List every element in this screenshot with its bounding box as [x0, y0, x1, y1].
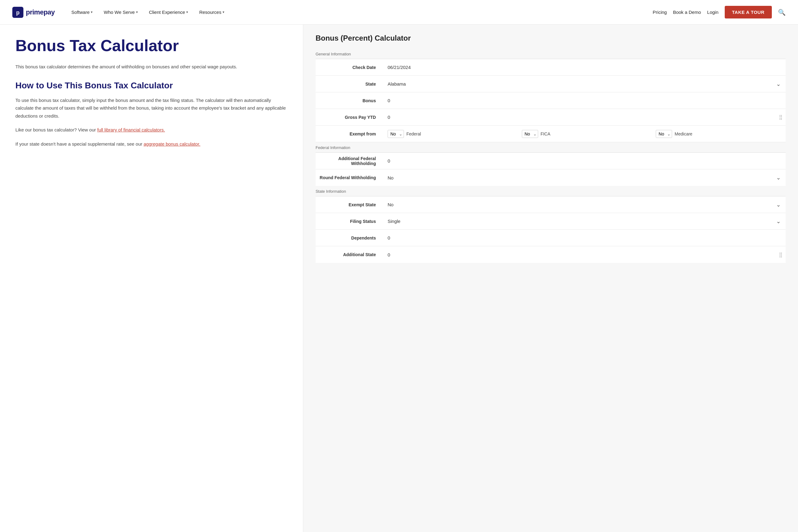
exempt-medicare-select[interactable]: No Yes [656, 130, 672, 138]
library-link[interactable]: full library of financial calculators. [97, 127, 165, 132]
filing-status-label: Filing Status [316, 219, 383, 224]
exempt-groups: No Yes Federal No Yes [383, 128, 786, 140]
filing-status-select[interactable]: Single Married Married, but withhold at … [383, 215, 786, 228]
additional-state-row: Additional State ⣿ [316, 246, 786, 263]
additional-federal-input[interactable] [383, 155, 786, 167]
exempt-from-row: Exempt from No Yes Federal [316, 126, 786, 142]
general-section: General Information Check Date State Ala… [316, 49, 786, 142]
navbar: p primepay Software ▾ Who We Serve ▾ Cli… [0, 0, 798, 25]
chevron-down-icon: ▾ [91, 10, 93, 14]
gross-pay-ytd-row: Gross Pay YTD ⣿ [316, 109, 786, 126]
exempt-medicare-wrap: No Yes [656, 130, 672, 138]
chevron-down-icon: ▾ [136, 10, 138, 14]
exempt-federal-wrap: No Yes [387, 130, 404, 138]
dependents-row: Dependents [316, 230, 786, 246]
exempt-federal-group: No Yes Federal [383, 128, 517, 140]
exempt-fica-wrap: No Yes [522, 130, 538, 138]
additional-federal-label: Additional Federal Withholding [316, 156, 383, 166]
state-select[interactable]: Alabama Alaska Arizona California Colora… [383, 78, 786, 90]
gross-pay-ytd-input[interactable] [383, 111, 779, 124]
exempt-fica-group: No Yes FICA [517, 128, 652, 140]
additional-state-wrap: ⣿ [383, 248, 786, 261]
check-date-input[interactable] [383, 61, 786, 74]
exempt-medicare-label: Medicare [674, 131, 692, 136]
filing-status-select-wrapper: Single Married Married, but withhold at … [383, 215, 786, 228]
additional-federal-row: Additional Federal Withholding [316, 153, 786, 169]
exempt-from-label: Exempt from [316, 131, 383, 136]
exempt-federal-label: Federal [406, 131, 421, 136]
bonus-row: Bonus [316, 92, 786, 109]
calculator-title: Bonus (Percent) Calculator [316, 34, 786, 42]
spinner-icon: ⣿ [779, 114, 783, 120]
svg-text:p: p [16, 10, 20, 16]
spinner-icon-2: ⣿ [779, 252, 783, 258]
right-panel: Bonus (Percent) Calculator General Infor… [303, 25, 798, 532]
library-link-text: Like our bonus tax calculator? View our … [15, 126, 288, 134]
state-section: State Information Exempt State No Yes Fi… [316, 186, 786, 263]
how-to-heading: How to Use This Bonus Tax Calculator [15, 80, 288, 91]
state-label: State [316, 81, 383, 87]
dependents-input[interactable] [383, 231, 786, 244]
nav-right: Pricing Book a Demo Login TAKE A TOUR 🔍 [653, 6, 786, 18]
exempt-medicare-group: No Yes Medicare [651, 128, 786, 140]
how-to-body: To use this bonus tax calculator, simply… [15, 96, 288, 120]
nav-who-we-serve[interactable]: Who We Serve ▾ [99, 7, 142, 17]
additional-state-input[interactable] [383, 248, 779, 261]
search-icon[interactable]: 🔍 [778, 8, 786, 16]
main-container: Bonus Tax Calculator This bonus tax calc… [0, 25, 798, 532]
state-row: State Alabama Alaska Arizona California … [316, 76, 786, 92]
filing-status-row: Filing Status Single Married Married, bu… [316, 213, 786, 230]
page-title: Bonus Tax Calculator [15, 37, 288, 55]
additional-state-label: Additional State [316, 252, 383, 257]
exempt-fica-select[interactable]: No Yes [522, 130, 538, 138]
exempt-state-select[interactable]: No Yes [383, 198, 786, 211]
bonus-input[interactable] [383, 94, 786, 107]
gross-pay-ytd-label: Gross Pay YTD [316, 115, 383, 120]
check-date-label: Check Date [316, 65, 383, 70]
chevron-down-icon: ▾ [223, 10, 225, 14]
federal-section-label: Federal Information [316, 142, 786, 153]
federal-section: Federal Information Additional Federal W… [316, 142, 786, 186]
aggregate-link-text: If your state doesn't have a special sup… [15, 140, 288, 148]
nav-pricing[interactable]: Pricing [653, 10, 667, 15]
exempt-state-select-wrapper: No Yes [383, 198, 786, 211]
nav-software[interactable]: Software ▾ [67, 7, 97, 17]
nav-book-demo[interactable]: Book a Demo [673, 10, 701, 15]
left-panel: Bonus Tax Calculator This bonus tax calc… [0, 25, 303, 532]
round-federal-select[interactable]: No Yes [383, 171, 786, 184]
nav-links: Software ▾ Who We Serve ▾ Client Experie… [67, 7, 653, 17]
nav-resources[interactable]: Resources ▾ [195, 7, 229, 17]
state-select-wrapper: Alabama Alaska Arizona California Colora… [383, 78, 786, 90]
nav-client-experience[interactable]: Client Experience ▾ [145, 7, 193, 17]
chevron-down-icon: ▾ [186, 10, 188, 14]
bonus-label: Bonus [316, 98, 383, 103]
exempt-fica-label: FICA [540, 131, 550, 136]
logo-icon: p [12, 7, 23, 18]
take-tour-button[interactable]: TAKE A TOUR [725, 6, 772, 18]
state-section-label: State Information [316, 186, 786, 196]
check-date-row: Check Date [316, 59, 786, 76]
logo-link[interactable]: p primepay [12, 7, 55, 18]
exempt-state-label: Exempt State [316, 202, 383, 207]
general-section-label: General Information [316, 49, 786, 59]
round-federal-row: Round Federal Withholding No Yes [316, 169, 786, 186]
description-text: This bonus tax calculator determines the… [15, 63, 288, 71]
logo-text: primepay [26, 8, 55, 16]
round-federal-label: Round Federal Withholding [316, 175, 383, 180]
round-federal-select-wrapper: No Yes [383, 171, 786, 184]
nav-login[interactable]: Login [707, 10, 719, 15]
dependents-label: Dependents [316, 235, 383, 241]
exempt-federal-select[interactable]: No Yes [387, 130, 404, 138]
gross-pay-ytd-wrap: ⣿ [383, 111, 786, 124]
exempt-state-row: Exempt State No Yes [316, 196, 786, 213]
aggregate-link[interactable]: aggregate bonus calculator. [144, 141, 200, 147]
